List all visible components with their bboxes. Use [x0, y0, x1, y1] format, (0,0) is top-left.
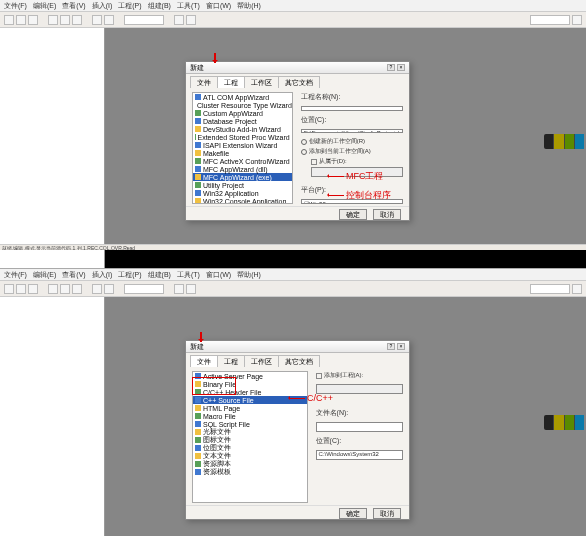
- find-dropdown[interactable]: [530, 15, 570, 25]
- file-type-list[interactable]: Active Server PageBinary FileC/C++ Heade…: [192, 371, 308, 503]
- list-item[interactable]: Macro File: [193, 412, 307, 420]
- floating-toolbar[interactable]: [544, 134, 584, 149]
- list-item[interactable]: MFC AppWizard (exe): [193, 173, 292, 181]
- menu-edit[interactable]: 编辑(E): [33, 270, 56, 280]
- location-input[interactable]: C:\Windows\System32: [316, 450, 403, 460]
- tool-undo[interactable]: [92, 15, 102, 25]
- tool-undo[interactable]: [92, 284, 102, 294]
- menu-help[interactable]: 帮助(H): [237, 270, 261, 280]
- workspace-tree[interactable]: [0, 297, 105, 536]
- help-icon[interactable]: ?: [387, 64, 395, 71]
- menu-window[interactable]: 窗口(W): [206, 1, 231, 11]
- tool-run[interactable]: [186, 15, 196, 25]
- list-item[interactable]: HTML Page: [193, 404, 307, 412]
- menubar[interactable]: 文件(F) 编辑(E) 查看(V) 插入(I) 工程(P) 组建(B) 工具(T…: [0, 269, 586, 281]
- tab-files[interactable]: 文件: [190, 355, 218, 367]
- tool-open[interactable]: [16, 15, 26, 25]
- tab-files[interactable]: 文件: [190, 76, 218, 88]
- list-item[interactable]: Utility Project: [193, 181, 292, 189]
- menu-build[interactable]: 组建(B): [148, 270, 171, 280]
- tool-cut[interactable]: [48, 284, 58, 294]
- tool-save[interactable]: [28, 284, 38, 294]
- menu-project[interactable]: 工程(P): [118, 270, 141, 280]
- menu-view[interactable]: 查看(V): [62, 1, 85, 11]
- annotation-arrow-icon: [200, 332, 202, 342]
- ok-button[interactable]: 确定: [339, 209, 367, 220]
- list-item[interactable]: Win32 Console Application: [193, 197, 292, 204]
- find-dropdown[interactable]: [530, 284, 570, 294]
- tool-redo[interactable]: [104, 15, 114, 25]
- config-dropdown[interactable]: [124, 15, 164, 25]
- tool-copy[interactable]: [60, 284, 70, 294]
- workspace-tree[interactable]: [0, 28, 105, 268]
- list-item[interactable]: Makefile: [193, 149, 292, 157]
- list-item[interactable]: Extended Stored Proc Wizard: [193, 133, 292, 141]
- list-item[interactable]: MFC ActiveX ControlWizard: [193, 157, 292, 165]
- menu-insert[interactable]: 插入(I): [92, 1, 113, 11]
- close-icon[interactable]: ×: [397, 64, 405, 71]
- help-icon[interactable]: ?: [387, 343, 395, 350]
- radio-new-workspace[interactable]: 创建新的工作空间(R): [309, 137, 365, 146]
- tool-cut[interactable]: [48, 15, 58, 25]
- tab-other[interactable]: 其它文档: [278, 76, 320, 88]
- menu-edit[interactable]: 编辑(E): [33, 1, 56, 11]
- menu-file[interactable]: 文件(F): [4, 1, 27, 11]
- list-item[interactable]: ATL COM AppWizard: [193, 93, 292, 101]
- list-item[interactable]: ISAPI Extension Wizard: [193, 141, 292, 149]
- tool-run[interactable]: [186, 284, 196, 294]
- tab-workspaces[interactable]: 工作区: [244, 355, 279, 367]
- list-item[interactable]: Database Project: [193, 117, 292, 125]
- list-item[interactable]: Win32 Application: [193, 189, 292, 197]
- tool-paste[interactable]: [72, 15, 82, 25]
- list-item[interactable]: Binary File: [193, 380, 307, 388]
- menu-insert[interactable]: 插入(I): [92, 270, 113, 280]
- list-item[interactable]: Cluster Resource Type Wizard: [193, 101, 292, 109]
- location-input[interactable]: D:\Documents\VisualStudioProjects\: [301, 129, 403, 134]
- cancel-button[interactable]: 取消: [373, 508, 401, 519]
- tool-open[interactable]: [16, 284, 26, 294]
- menu-file[interactable]: 文件(F): [4, 270, 27, 280]
- project-type-list[interactable]: ATL COM AppWizardCluster Resource Type W…: [192, 92, 293, 204]
- tool-new[interactable]: [4, 15, 14, 25]
- dialog-titlebar[interactable]: 新建 ? ×: [186, 341, 409, 353]
- tool-find[interactable]: [572, 284, 582, 294]
- dialog-titlebar[interactable]: 新建 ? ×: [186, 62, 409, 74]
- menu-view[interactable]: 查看(V): [62, 270, 85, 280]
- filename-input[interactable]: [316, 422, 403, 432]
- radio-add-workspace[interactable]: 添加到当前工作空间(A): [309, 147, 371, 156]
- radio-icon[interactable]: [301, 149, 307, 155]
- tab-workspaces[interactable]: 工作区: [244, 76, 279, 88]
- list-item[interactable]: 资源模板: [193, 468, 307, 476]
- tool-save[interactable]: [28, 15, 38, 25]
- tab-projects[interactable]: 工程: [217, 76, 245, 88]
- list-item[interactable]: Custom AppWizard: [193, 109, 292, 117]
- menu-help[interactable]: 帮助(H): [237, 1, 261, 11]
- list-item[interactable]: DevStudio Add-in Wizard: [193, 125, 292, 133]
- floating-toolbar[interactable]: [544, 415, 584, 430]
- tool-paste[interactable]: [72, 284, 82, 294]
- config-dropdown[interactable]: [124, 284, 164, 294]
- menubar[interactable]: 文件(F) 编辑(E) 查看(V) 插入(I) 工程(P) 组建(B) 工具(T…: [0, 0, 586, 12]
- tool-new[interactable]: [4, 284, 14, 294]
- menu-tools[interactable]: 工具(T): [177, 270, 200, 280]
- radio-icon[interactable]: [301, 139, 307, 145]
- list-item[interactable]: MFC AppWizard (dll): [193, 165, 292, 173]
- menu-window[interactable]: 窗口(W): [206, 270, 231, 280]
- tab-other[interactable]: 其它文档: [278, 355, 320, 367]
- tab-projects[interactable]: 工程: [217, 355, 245, 367]
- tool-copy[interactable]: [60, 15, 70, 25]
- menu-project[interactable]: 工程(P): [118, 1, 141, 11]
- tool-build[interactable]: [174, 284, 184, 294]
- ok-button[interactable]: 确定: [339, 508, 367, 519]
- cancel-button[interactable]: 取消: [373, 209, 401, 220]
- checkbox-icon[interactable]: [316, 373, 322, 379]
- tool-redo[interactable]: [104, 284, 114, 294]
- tool-build[interactable]: [174, 15, 184, 25]
- menu-build[interactable]: 组建(B): [148, 1, 171, 11]
- project-name-input[interactable]: [301, 106, 403, 111]
- checkbox-icon[interactable]: [311, 159, 317, 165]
- menu-tools[interactable]: 工具(T): [177, 1, 200, 11]
- close-icon[interactable]: ×: [397, 343, 405, 350]
- list-item[interactable]: Active Server Page: [193, 372, 307, 380]
- tool-find[interactable]: [572, 15, 582, 25]
